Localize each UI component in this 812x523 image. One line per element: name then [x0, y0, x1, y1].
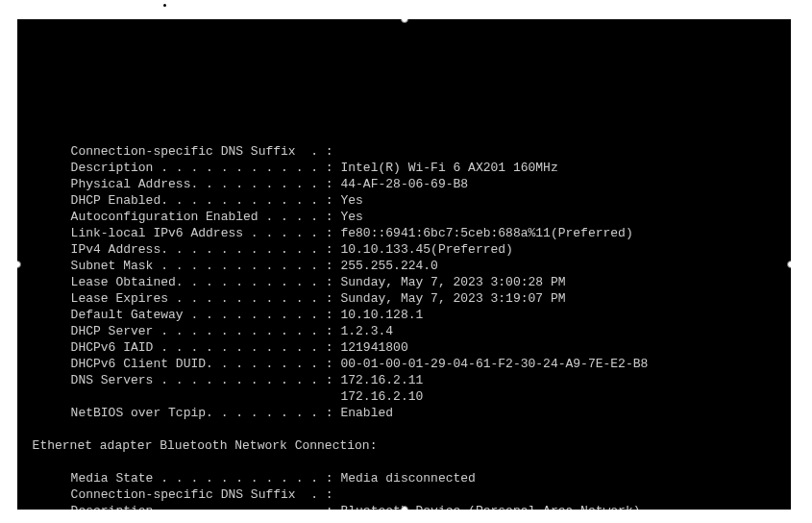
row-value: 00-01-00-01-29-04-61-F2-30-24-A9-7E-E2-B… [340, 357, 648, 371]
row-label: Lease Obtained. . . . . . . . . . : [71, 275, 333, 289]
ipconfig-row: Description . . . . . . . . . . . : Inte… [33, 161, 558, 175]
blank-line [33, 455, 79, 469]
row-value: Intel(R) Wi-Fi 6 AX201 160MHz [340, 161, 557, 175]
row-label: Subnet Mask . . . . . . . . . . . : [71, 259, 333, 273]
ipconfig-row: Lease Obtained. . . . . . . . . . : Sund… [33, 275, 566, 289]
row-value: Yes [340, 193, 362, 208]
ipconfig-row: DHCP Enabled. . . . . . . . . . . : Yes [33, 193, 363, 208]
row-label: Description . . . . . . . . . . . : [71, 161, 333, 175]
row-value: 10.10.128.1 [340, 308, 423, 322]
row-value: Sunday, May 7, 2023 3:19:07 PM [340, 291, 565, 306]
ipconfig-row: IPv4 Address. . . . . . . . . . . : 10.1… [33, 242, 513, 257]
ipconfig-row: DHCP Server . . . . . . . . . . . : 1.2.… [33, 324, 393, 338]
row-label: DHCP Server . . . . . . . . . . . : [71, 324, 333, 338]
ipconfig-row: DHCPv6 IAID . . . . . . . . . . . : 1219… [33, 340, 408, 355]
ipconfig-row: Description . . . . . . . . . . . : Blue… [33, 504, 641, 510]
row-label: DHCPv6 Client DUID. . . . . . . . : [71, 357, 333, 371]
ipconfig-row: DNS Servers . . . . . . . . . . . : 172.… [33, 373, 424, 387]
selection-handle-top[interactable] [401, 19, 408, 23]
ipconfig-row: Lease Expires . . . . . . . . . . : Sund… [33, 291, 566, 306]
ipconfig-row: Subnet Mask . . . . . . . . . . . : 255.… [33, 259, 438, 273]
selection-handle-bottom[interactable] [401, 506, 408, 510]
row-label: Description . . . . . . . . . . . : [71, 504, 333, 510]
row-value: Yes [340, 210, 362, 224]
ipconfig-row: Physical Address. . . . . . . . . : 44-A… [33, 177, 468, 191]
adapter-section-header: Ethernet adapter Bluetooth Network Conne… [33, 438, 378, 453]
row-label: Connection-specific DNS Suffix . : [71, 487, 333, 502]
row-value: 121941800 [340, 340, 407, 355]
redacted-value [340, 146, 455, 158]
row-value: 44-AF-28-06-69-B8 [340, 177, 468, 191]
row-value: fe80::6941:6bc7:5ceb:688a%11(Preferred) [340, 226, 632, 240]
selection-handle-left[interactable] [17, 261, 21, 268]
row-label: Physical Address. . . . . . . . . : [71, 177, 333, 191]
ipconfig-row: Link-local IPv6 Address . . . . . : fe80… [33, 226, 633, 240]
row-label: Autoconfiguration Enabled . . . . : [71, 210, 333, 224]
ipconfig-row: Connection-specific DNS Suffix . : [33, 144, 456, 159]
row-label: IPv4 Address. . . . . . . . . . . : [71, 242, 333, 257]
row-value: Media disconnected [340, 471, 475, 486]
ipconfig-row: Default Gateway . . . . . . . . . : 10.1… [33, 308, 424, 322]
row-label: DNS Servers . . . . . . . . . . . : [71, 373, 333, 387]
stray-dot [163, 4, 166, 7]
dns-secondary-row: 172.16.2.10 [33, 389, 424, 404]
row-label: Connection-specific DNS Suffix . : [71, 144, 333, 159]
row-label: DHCP Enabled. . . . . . . . . . . : [71, 193, 333, 208]
selection-handle-right[interactable] [787, 261, 791, 268]
row-value: 172.16.2.11 [340, 373, 423, 387]
row-label: Link-local IPv6 Address . . . . . : [71, 226, 333, 240]
row-label: Default Gateway . . . . . . . . . : [71, 308, 333, 322]
ipconfig-row: NetBIOS over Tcpip. . . . . . . . : Enab… [33, 406, 393, 420]
row-indent [71, 389, 341, 404]
row-value: 1.2.3.4 [340, 324, 393, 338]
ipconfig-row: Connection-specific DNS Suffix . : [33, 487, 341, 502]
row-value: 255.255.224.0 [340, 259, 437, 273]
row-value: Enabled [340, 406, 393, 420]
ipconfig-row: Autoconfiguration Enabled . . . . : Yes [33, 210, 363, 224]
row-value: 10.10.133.45(Preferred) [340, 242, 512, 257]
ipconfig-row: DHCPv6 Client DUID. . . . . . . . : 00-0… [33, 357, 649, 371]
row-value: Sunday, May 7, 2023 3:00:28 PM [340, 275, 565, 289]
terminal-output: Connection-specific DNS Suffix . : Descr… [17, 19, 791, 510]
ipconfig-row: Media State . . . . . . . . . . . : Medi… [33, 471, 476, 486]
blank-line [33, 422, 79, 436]
row-label: NetBIOS over Tcpip. . . . . . . . : [71, 406, 333, 420]
row-value: Bluetooth Device (Personal Area Network) [340, 504, 640, 510]
row-label: Lease Expires . . . . . . . . . . : [71, 291, 333, 306]
row-value: 172.16.2.10 [340, 389, 423, 404]
row-label: DHCPv6 IAID . . . . . . . . . . . : [71, 340, 333, 355]
row-label: Media State . . . . . . . . . . . : [71, 471, 333, 486]
